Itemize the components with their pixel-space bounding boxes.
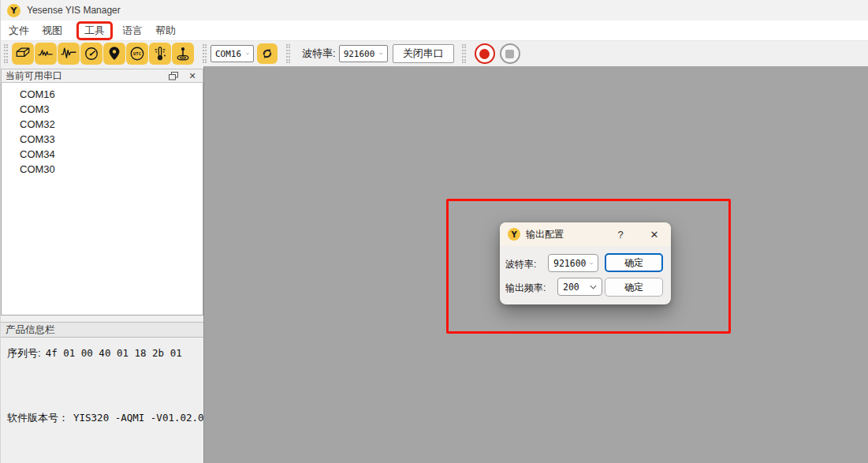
dialog-baud-value: 921600 (553, 258, 587, 269)
chevron-down-icon (246, 51, 249, 56)
list-item-port[interactable]: COM3 (2, 102, 203, 117)
stop-button[interactable] (500, 43, 520, 64)
menu-tools[interactable]: 工具 (76, 21, 113, 40)
software-version-label: 软件版本号： (7, 411, 69, 425)
dialog-freq-ok-button[interactable]: 确定 (605, 278, 663, 297)
menu-file[interactable]: 文件 (4, 22, 34, 39)
attitude-wave-button[interactable] (35, 43, 57, 65)
toolbar-drag-handle[interactable] (462, 44, 466, 63)
dialog-freq-label: 输出频率: (505, 282, 546, 295)
product-info-body: 序列号: 4f 01 00 40 01 18 2b 01 软件版本号： YIS3… (1, 338, 203, 463)
port-select[interactable]: COM16 (210, 45, 254, 62)
dialog-baud-label: 波特率: (505, 258, 536, 271)
temperature-button[interactable] (149, 43, 171, 65)
location-button[interactable] (103, 43, 125, 65)
app-body: 当前可用串口 ✕ COM16 COM3 COM32 COM33 COM34 CO… (1, 66, 868, 463)
list-item-port[interactable]: COM34 (2, 147, 203, 162)
dialog-titlebar[interactable]: Y 输出配置 ? ✕ (500, 222, 671, 246)
close-serial-port-button[interactable]: 关闭串口 (393, 44, 454, 63)
chevron-down-icon (590, 285, 597, 289)
dialog-close-button[interactable]: ✕ (646, 229, 663, 241)
product-info-header: 产品信息栏 (1, 322, 203, 338)
baud-rate-label: 波特率: (302, 47, 336, 61)
dialog-help-button[interactable]: ? (613, 229, 628, 241)
list-item-port[interactable]: COM30 (2, 162, 203, 177)
dialog-freq-select[interactable]: 200 (557, 278, 602, 296)
utc-clock-button[interactable]: UTC (126, 43, 148, 65)
serial-number-row: 序列号: 4f 01 00 40 01 18 2b 01 (7, 346, 203, 360)
cube-icon (13, 44, 32, 63)
utc-clock-icon: UTC (128, 44, 147, 63)
serial-port-list: COM16 COM3 COM32 COM33 COM34 COM30 (1, 83, 203, 316)
gauge-button[interactable] (80, 43, 102, 65)
toolbar-drag-handle[interactable] (203, 44, 207, 63)
chevron-down-icon (379, 51, 382, 56)
window-title: Yesense YIS Manager (27, 5, 121, 16)
thermometer-icon (151, 44, 170, 63)
list-item-port[interactable]: COM33 (2, 132, 203, 147)
app-logo-icon: Y (7, 4, 20, 17)
dialog-freq-value: 200 (563, 282, 587, 293)
record-button[interactable] (475, 43, 495, 64)
software-version-row: 软件版本号： YIS320 -AQMI -V01.02.03; (7, 411, 203, 425)
left-panel: 当前可用串口 ✕ COM16 COM3 COM32 COM33 COM34 CO… (1, 66, 203, 463)
output-config-dialog: Y 输出配置 ? ✕ 波特率: 921600 确定 输出频率: 200 (500, 222, 671, 304)
joystick-button[interactable] (172, 43, 194, 65)
dialog-baud-ok-button[interactable]: 确定 (605, 253, 663, 272)
attitude-waveform-icon (36, 44, 55, 63)
product-info-title: 产品信息栏 (6, 323, 55, 337)
toolbar: UTC COM16 (1, 41, 868, 66)
list-item-port[interactable]: COM16 (2, 87, 203, 102)
dialog-logo-icon: Y (508, 228, 520, 241)
menubar: 文件 视图 工具 语言 帮助 (1, 21, 868, 41)
dialog-title: 输出配置 (526, 228, 613, 241)
main-workspace: Y 输出配置 ? ✕ 波特率: 921600 确定 输出频率: 200 (203, 66, 868, 463)
accel-waveform-icon (59, 44, 78, 63)
menu-help[interactable]: 帮助 (151, 22, 181, 39)
app-window: Y Yesense YIS Manager 文件 视图 工具 语言 帮助 (0, 0, 868, 463)
baud-rate-value: 921600 (344, 49, 375, 59)
toolbar-drag-handle[interactable] (286, 44, 290, 63)
software-version-value: YIS320 -AQMI -V01.02.03; (73, 412, 216, 424)
dialog-baud-select[interactable]: 921600 (548, 254, 598, 272)
stop-icon (505, 50, 514, 58)
ports-panel-header: 当前可用串口 ✕ (1, 69, 203, 83)
close-panel-icon[interactable]: ✕ (186, 70, 199, 81)
location-pin-icon (105, 44, 124, 63)
ports-panel-title: 当前可用串口 (6, 69, 62, 83)
float-panel-icon[interactable] (167, 70, 180, 81)
gauge-icon (82, 44, 101, 63)
3d-view-button[interactable] (12, 43, 34, 65)
baud-rate-select[interactable]: 921600 (339, 45, 388, 62)
joystick-icon (173, 44, 192, 63)
menu-view[interactable]: 视图 (37, 22, 67, 39)
chevron-down-icon (590, 261, 593, 266)
titlebar: Y Yesense YIS Manager (1, 0, 868, 21)
list-item-port[interactable]: COM32 (2, 117, 203, 132)
refresh-ports-button[interactable] (257, 43, 278, 64)
accel-wave-button[interactable] (58, 43, 80, 65)
panel-gap (1, 316, 203, 322)
refresh-icon (259, 46, 275, 62)
serial-number-label: 序列号: (7, 346, 41, 360)
record-icon (479, 49, 490, 59)
toolbar-drag-handle[interactable] (4, 44, 8, 63)
svg-text:UTC: UTC (133, 51, 141, 56)
port-select-value: COM16 (215, 49, 241, 59)
serial-number-value: 4f 01 00 40 01 18 2b 01 (46, 347, 182, 359)
menu-language[interactable]: 语言 (117, 22, 147, 39)
